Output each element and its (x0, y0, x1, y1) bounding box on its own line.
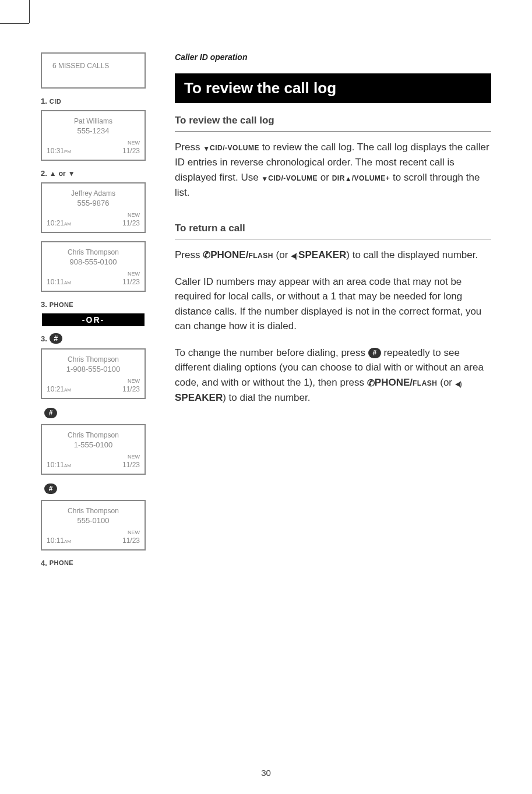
sidebar: 6 MISSED CALLS 1. CID Pat Williams 555-1… (41, 52, 146, 572)
down-icon (68, 170, 75, 178)
crop-mark-horizontal (0, 23, 29, 24)
screen-4: Chris Thompson 1-908-555-0100 NEW 10:21A… (41, 348, 146, 399)
hash-icon: # (50, 333, 62, 344)
step-1: 1. CID (41, 97, 146, 105)
up-icon (345, 171, 352, 186)
down-icon (203, 140, 210, 156)
speaker-icon (291, 248, 298, 263)
section-heading: Caller ID operation (175, 52, 491, 62)
hash-icon: # (368, 348, 381, 358)
divider (175, 131, 491, 132)
hash-step-b: # (44, 483, 146, 494)
review-paragraph: Press CID/-VOLUME to review the call log… (175, 140, 491, 200)
missed-text: 6 MISSED CALLS (47, 59, 140, 70)
subhead-review: To review the call log (175, 115, 491, 126)
divider (175, 239, 491, 239)
page-number: 30 (0, 768, 532, 778)
hash-step-a: # (44, 407, 146, 418)
return-p2: Caller ID numbers may appear with an are… (175, 274, 491, 334)
speaker-icon (455, 376, 463, 391)
page-title: To review the call log (175, 73, 491, 103)
step-3b: 3. # (41, 333, 146, 344)
up-icon (50, 170, 57, 178)
step-3a: 3. PHONE (41, 300, 146, 309)
step-4: 4. PHONE (41, 559, 146, 567)
hash-icon: # (44, 484, 57, 494)
down-icon (261, 171, 268, 186)
screen-2a: Jeffrey Adams 555-9876 NEW 10:21AM 11/23 (41, 182, 146, 233)
phone-icon (367, 376, 375, 391)
screen-2b: Chris Thompson 908-555-0100 NEW 10:11AM … (41, 241, 146, 292)
screen-6: Chris Thompson 555-0100 NEW 10:11AM 11/2… (41, 500, 146, 550)
crop-mark-vertical (29, 0, 30, 23)
hash-icon: # (44, 408, 57, 418)
screen-missed: 6 MISSED CALLS (41, 52, 146, 89)
return-p1: Press PHONE/FLASH (or SPEAKER) to call t… (175, 248, 491, 263)
screen-1: Pat Williams 555-1234 NEW 10:31PM 11/23 (41, 110, 146, 161)
or-divider: -OR- (41, 313, 146, 326)
screen-5: Chris Thompson 1-555-0100 NEW 10:11AM 11… (41, 424, 146, 475)
step-2: 2. or (41, 169, 146, 178)
subhead-return: To return a call (175, 223, 491, 234)
phone-icon (203, 248, 210, 263)
return-p3: To change the number before dialing, pre… (175, 345, 491, 405)
main-content: Caller ID operation To review the call l… (175, 52, 491, 572)
